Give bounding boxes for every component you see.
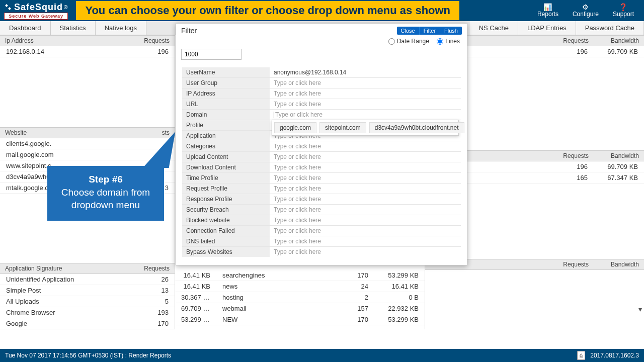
filter-button[interactable]: Filter	[419, 27, 440, 35]
filter-input[interactable]: Type or click here	[270, 163, 461, 172]
ip-req: 196	[128, 48, 169, 55]
radio-date-label: Date Range	[397, 38, 429, 45]
tab-password-cache[interactable]: Password Cache	[576, 21, 644, 35]
nav-configure[interactable]: ⚙Configure	[573, 4, 599, 18]
filter-row-user-group: User GroupType or click here	[182, 77, 461, 88]
dropdown-item[interactable]: d3cv4a9a9wh0bt.cloudfront.net	[369, 122, 464, 133]
filter-input[interactable]: anonymous@192.168.0.14	[270, 68, 461, 77]
user-mid-req: 165	[547, 174, 588, 182]
filter-row-url: URLType or click here	[182, 99, 461, 109]
cat-row[interactable]: hosting20 B	[216, 292, 425, 303]
ip-row[interactable]: 192.168.0.14 196	[0, 46, 175, 57]
cat-row[interactable]: news2416.41 KB	[216, 281, 425, 292]
filter-input[interactable]: Type or click here	[270, 216, 461, 225]
cat-bw: 53.299 KB	[368, 316, 419, 323]
filter-row-upload-content: Upload ContentType or click here	[182, 151, 461, 162]
filter-input[interactable]: Type or click here	[270, 89, 461, 98]
radio-lines-label: Lines	[445, 38, 460, 45]
filter-input[interactable]: Type or click here	[270, 152, 461, 161]
app-row[interactable]: Simple Post13	[0, 285, 175, 296]
callout-body: Choose domain from dropdown menu	[53, 186, 158, 212]
user-mid-req-h: Requests	[548, 152, 589, 159]
filter-input[interactable]: Type or click here	[270, 110, 461, 119]
dropdown-item[interactable]: sitepoint.com	[319, 122, 366, 133]
support-icon: ❓	[613, 4, 634, 11]
dropdown-item[interactable]: google.com	[274, 122, 316, 133]
filter-input[interactable]: Type or click here	[270, 184, 461, 193]
app-row[interactable]: Unidentified Application26	[0, 274, 175, 285]
tab-statistics[interactable]: Statistics	[51, 21, 96, 35]
ip-header: Ip Address Requests	[0, 35, 175, 46]
lines-input[interactable]	[181, 49, 242, 60]
app-row[interactable]: Chrome Browser193	[0, 307, 175, 318]
cat-row[interactable]: webmail15722.932 KB	[216, 303, 425, 314]
filter-input[interactable]: Type or click here	[270, 142, 461, 151]
website-header-label: Website	[5, 129, 129, 136]
appsig-header: Application Signature Requests	[0, 263, 175, 274]
cat-cell: webmail	[222, 305, 328, 312]
app-row[interactable]: All Uploads5	[0, 296, 175, 307]
bw-row: 53.299 KB	[175, 314, 216, 325]
app-cell: All Uploads	[6, 298, 128, 305]
mid-cat-col: searchengines17053.299 KBnews2416.41 KBh…	[216, 270, 425, 325]
logo-text: SafeSquid	[14, 2, 63, 13]
filter-label: DNS failed	[182, 236, 270, 246]
filter-input[interactable]: Type or click here	[270, 195, 461, 204]
site-cell: clients4.google.	[6, 140, 128, 147]
filter-input[interactable]: Type or click here	[270, 173, 461, 183]
filter-input[interactable]: Type or click here	[270, 78, 461, 87]
tab-ldap-entries[interactable]: LDAP Entries	[518, 21, 576, 35]
filter-input[interactable]: Type or click here	[270, 237, 461, 246]
logo-subtitle: Secure Web Gateway	[4, 13, 68, 20]
filter-row-categories: CategoriesType or click here	[182, 141, 461, 151]
filter-label: Blocked website	[182, 215, 270, 225]
cat-row[interactable]: searchengines17053.299 KB	[216, 270, 425, 281]
ip-cell: 192.168.0.14	[6, 48, 128, 55]
cat-req: 2	[328, 294, 368, 301]
app-req: 26	[128, 276, 169, 283]
nav-support[interactable]: ❓Support	[613, 4, 634, 18]
radio-lines[interactable]: Lines	[437, 38, 460, 45]
tab-ns-cache[interactable]: NS Cache	[470, 21, 518, 35]
close-button[interactable]: Close	[397, 27, 419, 35]
status-bar: Tue Nov 07 2017 17:14:56 GMT+0530 (IST) …	[0, 349, 644, 362]
tab-dashboard[interactable]: Dashboard	[0, 21, 51, 35]
bw-row: 30.367 KB	[175, 292, 216, 303]
app-row[interactable]: Google170	[0, 318, 175, 329]
filter-input[interactable]: Type or click here	[270, 247, 461, 256]
modal-title: Filter	[181, 27, 197, 35]
filter-input[interactable]: Type or click here	[270, 100, 461, 109]
radio-date-range[interactable]: Date Range	[388, 38, 429, 45]
nav-reports-label: Reports	[537, 11, 558, 18]
logo: SafeSquid ® Secure Web Gateway	[0, 1, 72, 21]
filter-row-dns-failed: DNS failedType or click here	[182, 236, 461, 246]
filter-input[interactable]: Type or click here	[270, 205, 461, 214]
bw-row: 16.41 KB	[175, 270, 216, 281]
radio-row: Date Range Lines	[176, 37, 467, 48]
bw-cell: 69.709 KB	[181, 305, 210, 312]
user-mid-bw: 67.347 KB	[588, 174, 638, 182]
filter-row-domain: DomainType or click heregoogle.comsitepo…	[182, 109, 461, 120]
filter-label: URL	[182, 99, 270, 109]
tab-native-logs[interactable]: Native logs	[96, 21, 146, 35]
filter-label: Categories	[182, 141, 270, 151]
filter-label: Domain	[182, 110, 270, 120]
logo-reg: ®	[64, 5, 68, 10]
filter-row-request-profile: Request ProfileType or click here	[182, 183, 461, 194]
pdf-icon[interactable]: ⎙	[577, 351, 585, 360]
flush-button[interactable]: Flush	[440, 27, 462, 35]
user-header-bw: Bandwidth	[589, 37, 639, 44]
nav-reports[interactable]: 📊Reports	[537, 4, 558, 18]
filter-row-security-breach: Security BreachType or click here	[182, 204, 461, 215]
user-bw: 69.709 KB	[588, 48, 638, 55]
app-cell: Simple Post	[6, 287, 128, 294]
bw-cell: 16.41 KB	[181, 272, 210, 279]
step-callout: Step #6 Choose domain from dropdown menu	[47, 166, 164, 221]
scroll-down-icon[interactable]: ▾	[638, 305, 642, 313]
user-header-req: Requests	[548, 37, 589, 44]
cat-bw: 53.299 KB	[368, 272, 419, 279]
cat-row[interactable]: NEW17053.299 KB	[216, 314, 425, 325]
reports-icon: 📊	[537, 4, 558, 11]
filter-input[interactable]: Type or click here	[270, 226, 461, 235]
site-cell: mail.google.com	[6, 151, 128, 158]
